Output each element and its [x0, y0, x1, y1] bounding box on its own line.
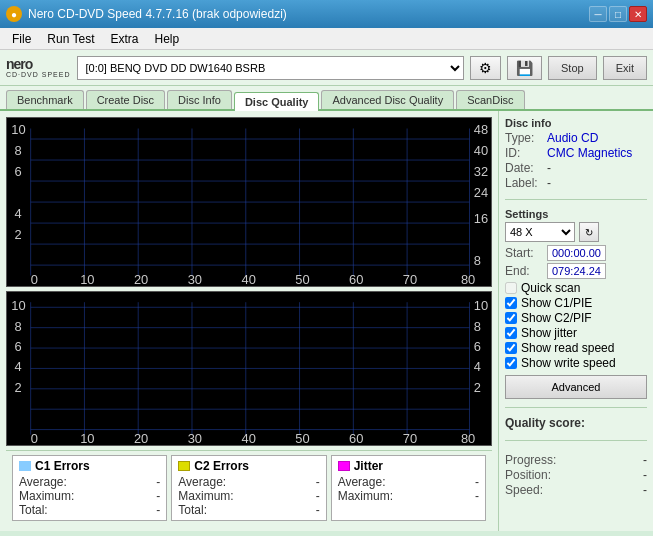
start-row: Start: 000:00.00 — [505, 245, 647, 261]
drive-dropdown[interactable]: [0:0] BENQ DVD DD DW1640 BSRB — [77, 56, 465, 80]
svg-text:30: 30 — [188, 272, 202, 286]
svg-text:60: 60 — [349, 432, 363, 445]
disc-type-label: Type: — [505, 131, 543, 145]
divider-1 — [505, 199, 647, 200]
svg-text:10: 10 — [11, 122, 25, 137]
menu-extra[interactable]: Extra — [102, 30, 146, 48]
toolbar: nero CD·DVD SPEED [0:0] BENQ DVD DD DW16… — [0, 50, 653, 86]
legend-c1-total: Total: - — [19, 503, 160, 517]
tab-advanced-disc-quality[interactable]: Advanced Disc Quality — [321, 90, 454, 109]
progress-row: Progress: - — [505, 453, 647, 467]
svg-text:80: 80 — [461, 272, 475, 286]
menu-bar: File Run Test Extra Help — [0, 28, 653, 50]
show-c2pif-label: Show C2/PIF — [521, 311, 592, 325]
show-write-speed-checkbox[interactable] — [505, 357, 517, 369]
position-label: Position: — [505, 468, 551, 482]
end-row: End: 079:24.24 — [505, 263, 647, 279]
svg-text:50: 50 — [295, 272, 309, 286]
svg-text:6: 6 — [15, 341, 22, 355]
nero-text: nero — [6, 57, 32, 71]
disc-date-row: Date: - — [505, 161, 647, 175]
svg-text:10: 10 — [80, 432, 94, 445]
svg-text:48: 48 — [474, 122, 488, 137]
position-row: Position: - — [505, 468, 647, 482]
tab-bar: Benchmark Create Disc Disc Info Disc Qua… — [0, 86, 653, 111]
title-bar: ● Nero CD-DVD Speed 4.7.7.16 (brak odpow… — [0, 0, 653, 28]
minimize-button[interactable]: ─ — [589, 6, 607, 22]
start-label: Start: — [505, 246, 543, 260]
show-c2pif-checkbox[interactable] — [505, 312, 517, 324]
legend-c2-average: Average: - — [178, 475, 319, 489]
svg-text:6: 6 — [15, 164, 22, 179]
tab-disc-info[interactable]: Disc Info — [167, 90, 232, 109]
disc-id-row: ID: CMC Magnetics — [505, 146, 647, 160]
tab-benchmark[interactable]: Benchmark — [6, 90, 84, 109]
save-icon-button[interactable]: 💾 — [507, 56, 542, 80]
start-value: 000:00.00 — [547, 245, 606, 261]
refresh-button[interactable]: ↻ — [579, 222, 599, 242]
show-jitter-row: Show jitter — [505, 326, 647, 340]
svg-text:16: 16 — [474, 211, 488, 226]
menu-run-test[interactable]: Run Test — [39, 30, 102, 48]
speed-row: 48 X 8 X 16 X 24 X 32 X 40 X ↻ — [505, 222, 647, 242]
disc-type-value: Audio CD — [547, 131, 598, 145]
divider-2 — [505, 407, 647, 408]
tab-create-disc[interactable]: Create Disc — [86, 90, 165, 109]
window-controls: ─ □ ✕ — [589, 6, 647, 22]
quality-score-label: Quality score: — [505, 416, 585, 430]
svg-text:8: 8 — [474, 320, 481, 334]
svg-text:6: 6 — [474, 341, 481, 355]
svg-text:60: 60 — [349, 272, 363, 286]
quick-scan-row: Quick scan — [505, 281, 647, 295]
disc-id-value: CMC Magnetics — [547, 146, 632, 160]
svg-text:20: 20 — [134, 272, 148, 286]
legend-jitter-average: Average: - — [338, 475, 479, 489]
exit-button[interactable]: Exit — [603, 56, 647, 80]
show-c1pie-row: Show C1/PIE — [505, 296, 647, 310]
legend-c2-maximum: Maximum: - — [178, 489, 319, 503]
close-button[interactable]: ✕ — [629, 6, 647, 22]
c2-color-box — [178, 461, 190, 471]
show-read-speed-checkbox[interactable] — [505, 342, 517, 354]
show-write-speed-label: Show write speed — [521, 356, 616, 370]
window-title: Nero CD-DVD Speed 4.7.7.16 (brak odpowie… — [28, 7, 287, 21]
legend-c1-average: Average: - — [19, 475, 160, 489]
stats-section: Progress: - Position: - Speed: - — [505, 453, 647, 498]
menu-help[interactable]: Help — [147, 30, 188, 48]
legend-jitter-maximum: Maximum: - — [338, 489, 479, 503]
legend-c2: C2 Errors Average: - Maximum: - Total: - — [171, 455, 326, 521]
svg-text:40: 40 — [474, 143, 488, 158]
svg-text:40: 40 — [241, 432, 255, 445]
bottom-chart: 10 8 6 4 2 10 8 6 4 2 0 10 20 30 40 50 6… — [6, 291, 492, 446]
nero-sub: CD·DVD SPEED — [6, 71, 71, 78]
stop-button[interactable]: Stop — [548, 56, 597, 80]
tab-disc-quality[interactable]: Disc Quality — [234, 92, 320, 111]
show-jitter-checkbox[interactable] — [505, 327, 517, 339]
c1-color-box — [19, 461, 31, 471]
speed-dropdown[interactable]: 48 X 8 X 16 X 24 X 32 X 40 X — [505, 222, 575, 242]
quick-scan-checkbox[interactable] — [505, 282, 517, 294]
end-value: 079:24.24 — [547, 263, 606, 279]
svg-text:8: 8 — [15, 320, 22, 334]
settings-title: Settings — [505, 208, 647, 220]
disc-label-value: - — [547, 176, 551, 190]
disc-info-section: Disc info Type: Audio CD ID: CMC Magneti… — [505, 117, 647, 191]
svg-text:10: 10 — [11, 300, 25, 314]
progress-value: - — [643, 453, 647, 467]
menu-file[interactable]: File — [4, 30, 39, 48]
legend-jitter-title: Jitter — [338, 459, 479, 473]
show-c1pie-checkbox[interactable] — [505, 297, 517, 309]
svg-text:20: 20 — [134, 432, 148, 445]
svg-text:70: 70 — [403, 272, 417, 286]
svg-text:40: 40 — [241, 272, 255, 286]
tab-scan-disc[interactable]: ScanDisc — [456, 90, 524, 109]
nero-logo: nero CD·DVD SPEED — [6, 57, 71, 78]
speed-stat-label: Speed: — [505, 483, 543, 497]
show-read-speed-label: Show read speed — [521, 341, 614, 355]
svg-text:32: 32 — [474, 164, 488, 179]
show-read-speed-row: Show read speed — [505, 341, 647, 355]
quality-score-row: Quality score: — [505, 416, 647, 430]
settings-icon-button[interactable]: ⚙ — [470, 56, 501, 80]
advanced-button[interactable]: Advanced — [505, 375, 647, 399]
maximize-button[interactable]: □ — [609, 6, 627, 22]
